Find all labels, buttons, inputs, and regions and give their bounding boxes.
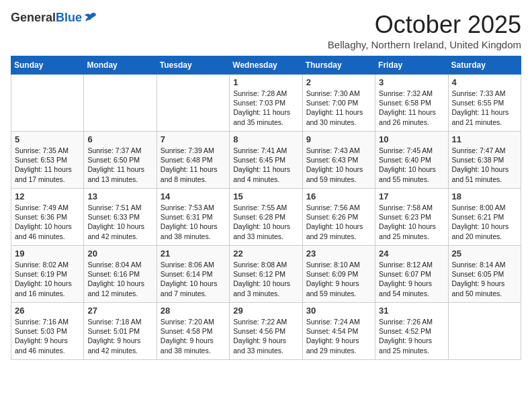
- calendar-cell: [157, 75, 229, 132]
- day-number: 5: [15, 134, 80, 144]
- cell-content: Sunrise: 7:28 AM Sunset: 7:03 PM Dayligh…: [233, 89, 298, 127]
- weekday-header: Wednesday: [230, 56, 302, 75]
- day-number: 4: [452, 77, 517, 87]
- calendar-cell: 11Sunrise: 7:47 AM Sunset: 6:38 PM Dayli…: [448, 132, 521, 189]
- day-number: 10: [379, 134, 444, 144]
- calendar-week-row: 26Sunrise: 7:16 AM Sunset: 5:03 PM Dayli…: [11, 303, 521, 360]
- calendar-cell: [84, 75, 157, 132]
- calendar-cell: 24Sunrise: 8:12 AM Sunset: 6:07 PM Dayli…: [375, 246, 448, 303]
- cell-content: Sunrise: 7:20 AM Sunset: 4:58 PM Dayligh…: [161, 317, 226, 355]
- calendar-cell: 12Sunrise: 7:49 AM Sunset: 6:36 PM Dayli…: [11, 189, 84, 246]
- day-number: 15: [233, 191, 298, 201]
- day-number: 29: [233, 306, 298, 316]
- cell-content: Sunrise: 7:24 AM Sunset: 4:54 PM Dayligh…: [306, 317, 371, 355]
- day-number: 20: [87, 248, 152, 259]
- calendar-cell: 14Sunrise: 7:53 AM Sunset: 6:31 PM Dayli…: [157, 189, 229, 246]
- day-number: 11: [452, 134, 517, 144]
- cell-content: Sunrise: 7:56 AM Sunset: 6:26 PM Dayligh…: [306, 203, 371, 241]
- cell-content: Sunrise: 7:26 AM Sunset: 4:52 PM Dayligh…: [379, 317, 444, 355]
- cell-content: Sunrise: 7:16 AM Sunset: 5:03 PM Dayligh…: [15, 317, 80, 355]
- calendar-cell: 3Sunrise: 7:32 AM Sunset: 6:58 PM Daylig…: [375, 75, 448, 132]
- cell-content: Sunrise: 8:06 AM Sunset: 6:14 PM Dayligh…: [161, 260, 226, 298]
- weekday-header: Monday: [84, 56, 157, 75]
- day-number: 3: [379, 77, 444, 87]
- cell-content: Sunrise: 7:39 AM Sunset: 6:48 PM Dayligh…: [161, 146, 226, 184]
- day-number: 31: [379, 306, 444, 316]
- calendar-cell: 15Sunrise: 7:55 AM Sunset: 6:28 PM Dayli…: [230, 189, 302, 246]
- day-number: 1: [233, 77, 298, 87]
- calendar-header-row: SundayMondayTuesdayWednesdayThursdayFrid…: [11, 56, 521, 75]
- calendar-week-row: 19Sunrise: 8:02 AM Sunset: 6:19 PM Dayli…: [11, 246, 521, 303]
- calendar-cell: 9Sunrise: 7:43 AM Sunset: 6:43 PM Daylig…: [302, 132, 375, 189]
- cell-content: Sunrise: 8:04 AM Sunset: 6:16 PM Dayligh…: [87, 260, 152, 298]
- calendar-week-row: 12Sunrise: 7:49 AM Sunset: 6:36 PM Dayli…: [11, 189, 521, 246]
- cell-content: Sunrise: 8:08 AM Sunset: 6:12 PM Dayligh…: [233, 260, 298, 298]
- cell-content: Sunrise: 8:14 AM Sunset: 6:05 PM Dayligh…: [452, 260, 517, 298]
- calendar-cell: 8Sunrise: 7:41 AM Sunset: 6:45 PM Daylig…: [230, 132, 302, 189]
- weekday-header: Tuesday: [157, 56, 229, 75]
- day-number: 22: [233, 248, 298, 259]
- calendar-cell: 18Sunrise: 8:00 AM Sunset: 6:21 PM Dayli…: [448, 189, 521, 246]
- calendar-cell: [11, 75, 84, 132]
- cell-content: Sunrise: 7:22 AM Sunset: 4:56 PM Dayligh…: [233, 317, 298, 355]
- weekday-header: Thursday: [302, 56, 375, 75]
- day-number: 7: [161, 134, 226, 144]
- calendar-cell: 16Sunrise: 7:56 AM Sunset: 6:26 PM Dayli…: [302, 189, 375, 246]
- logo-bird-icon: [83, 11, 98, 26]
- day-number: 14: [161, 191, 226, 201]
- cell-content: Sunrise: 7:30 AM Sunset: 7:00 PM Dayligh…: [306, 89, 371, 127]
- calendar-cell: 6Sunrise: 7:37 AM Sunset: 6:50 PM Daylig…: [84, 132, 157, 189]
- weekday-header: Friday: [375, 56, 448, 75]
- calendar-cell: 31Sunrise: 7:26 AM Sunset: 4:52 PM Dayli…: [375, 303, 448, 360]
- cell-content: Sunrise: 7:37 AM Sunset: 6:50 PM Dayligh…: [87, 146, 152, 184]
- calendar-week-row: 1Sunrise: 7:28 AM Sunset: 7:03 PM Daylig…: [11, 75, 521, 132]
- weekday-header: Saturday: [448, 56, 521, 75]
- day-number: 19: [15, 248, 80, 259]
- day-number: 26: [15, 306, 80, 316]
- cell-content: Sunrise: 7:33 AM Sunset: 6:55 PM Dayligh…: [452, 89, 517, 127]
- day-number: 13: [87, 191, 152, 201]
- cell-content: Sunrise: 8:00 AM Sunset: 6:21 PM Dayligh…: [452, 203, 517, 241]
- day-number: 24: [379, 248, 444, 259]
- calendar-cell: 25Sunrise: 8:14 AM Sunset: 6:05 PM Dayli…: [448, 246, 521, 303]
- logo: GeneralBlue: [11, 11, 98, 26]
- cell-content: Sunrise: 7:32 AM Sunset: 6:58 PM Dayligh…: [379, 89, 444, 127]
- day-number: 30: [306, 306, 371, 316]
- cell-content: Sunrise: 8:02 AM Sunset: 6:19 PM Dayligh…: [15, 260, 80, 298]
- title-block: October 2025 Bellaghy, Northern Ireland,…: [328, 11, 521, 50]
- calendar-cell: 19Sunrise: 8:02 AM Sunset: 6:19 PM Dayli…: [11, 246, 84, 303]
- calendar-cell: 2Sunrise: 7:30 AM Sunset: 7:00 PM Daylig…: [302, 75, 375, 132]
- day-number: 27: [87, 306, 152, 316]
- month-title: October 2025: [328, 11, 521, 39]
- calendar-cell: 10Sunrise: 7:45 AM Sunset: 6:40 PM Dayli…: [375, 132, 448, 189]
- cell-content: Sunrise: 7:51 AM Sunset: 6:33 PM Dayligh…: [87, 203, 152, 241]
- calendar-cell: 21Sunrise: 8:06 AM Sunset: 6:14 PM Dayli…: [157, 246, 229, 303]
- calendar-cell: 5Sunrise: 7:35 AM Sunset: 6:53 PM Daylig…: [11, 132, 84, 189]
- cell-content: Sunrise: 7:41 AM Sunset: 6:45 PM Dayligh…: [233, 146, 298, 184]
- cell-content: Sunrise: 7:35 AM Sunset: 6:53 PM Dayligh…: [15, 146, 80, 184]
- header: GeneralBlue October 2025 Bellaghy, North…: [11, 11, 521, 50]
- calendar-cell: 26Sunrise: 7:16 AM Sunset: 5:03 PM Dayli…: [11, 303, 84, 360]
- day-number: 8: [233, 134, 298, 144]
- calendar-table: SundayMondayTuesdayWednesdayThursdayFrid…: [11, 56, 521, 360]
- day-number: 18: [452, 191, 517, 201]
- cell-content: Sunrise: 7:55 AM Sunset: 6:28 PM Dayligh…: [233, 203, 298, 241]
- calendar-cell: 1Sunrise: 7:28 AM Sunset: 7:03 PM Daylig…: [230, 75, 302, 132]
- cell-content: Sunrise: 7:53 AM Sunset: 6:31 PM Dayligh…: [161, 203, 226, 241]
- location-title: Bellaghy, Northern Ireland, United Kingd…: [328, 39, 521, 50]
- calendar-cell: 13Sunrise: 7:51 AM Sunset: 6:33 PM Dayli…: [84, 189, 157, 246]
- calendar-cell: 20Sunrise: 8:04 AM Sunset: 6:16 PM Dayli…: [84, 246, 157, 303]
- calendar-cell: 29Sunrise: 7:22 AM Sunset: 4:56 PM Dayli…: [230, 303, 302, 360]
- day-number: 2: [306, 77, 371, 87]
- day-number: 12: [15, 191, 80, 201]
- calendar-week-row: 5Sunrise: 7:35 AM Sunset: 6:53 PM Daylig…: [11, 132, 521, 189]
- weekday-header: Sunday: [11, 56, 84, 75]
- calendar-cell: 22Sunrise: 8:08 AM Sunset: 6:12 PM Dayli…: [230, 246, 302, 303]
- calendar-cell: 4Sunrise: 7:33 AM Sunset: 6:55 PM Daylig…: [448, 75, 521, 132]
- day-number: 25: [452, 248, 517, 259]
- calendar-cell: 30Sunrise: 7:24 AM Sunset: 4:54 PM Dayli…: [302, 303, 375, 360]
- cell-content: Sunrise: 8:10 AM Sunset: 6:09 PM Dayligh…: [306, 260, 371, 298]
- cell-content: Sunrise: 7:49 AM Sunset: 6:36 PM Dayligh…: [15, 203, 80, 241]
- cell-content: Sunrise: 7:47 AM Sunset: 6:38 PM Dayligh…: [452, 146, 517, 184]
- calendar-cell: 17Sunrise: 7:58 AM Sunset: 6:23 PM Dayli…: [375, 189, 448, 246]
